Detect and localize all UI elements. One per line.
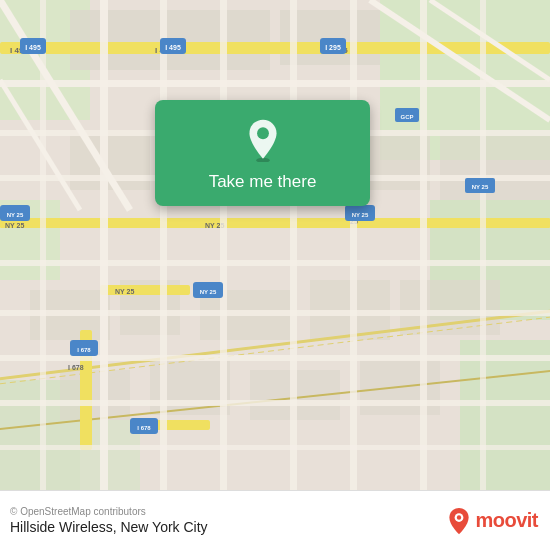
svg-text:I 678: I 678 — [77, 347, 91, 353]
svg-text:NY 25: NY 25 — [115, 288, 134, 295]
svg-rect-46 — [290, 0, 297, 490]
svg-rect-54 — [0, 260, 550, 266]
svg-rect-48 — [420, 0, 427, 490]
svg-point-85 — [257, 127, 269, 139]
svg-rect-5 — [460, 340, 550, 490]
svg-rect-27 — [0, 42, 550, 54]
location-pin-icon — [241, 118, 285, 162]
svg-rect-51 — [0, 80, 550, 87]
location-name: Hillside Wireless, New York City — [10, 519, 208, 535]
svg-text:NY 25: NY 25 — [7, 212, 24, 218]
take-me-there-button[interactable]: Take me there — [209, 172, 317, 192]
location-card: Take me there — [155, 100, 370, 206]
svg-rect-47 — [350, 0, 357, 490]
svg-rect-45 — [220, 0, 227, 490]
bottom-bar: © OpenStreetMap contributors Hillside Wi… — [0, 490, 550, 550]
svg-text:NY 25: NY 25 — [472, 184, 489, 190]
svg-rect-55 — [0, 310, 550, 316]
svg-text:NY 25: NY 25 — [5, 222, 24, 229]
svg-text:I 678: I 678 — [137, 425, 151, 431]
svg-rect-20 — [60, 370, 130, 420]
svg-point-87 — [457, 515, 461, 519]
copyright-text: © OpenStreetMap contributors — [10, 506, 208, 517]
svg-text:I 495: I 495 — [165, 44, 181, 51]
svg-rect-35 — [100, 285, 190, 295]
bottom-left-info: © OpenStreetMap contributors Hillside Wi… — [10, 506, 208, 535]
map-container: I 495 I 495 I 295 NY 25 NY 25 25 NY 25 I… — [0, 0, 550, 490]
svg-text:I 295: I 295 — [325, 44, 341, 51]
moovit-logo: moovit — [447, 507, 538, 535]
svg-rect-31 — [0, 218, 550, 228]
moovit-pin-icon — [447, 507, 471, 535]
svg-rect-44 — [160, 0, 167, 490]
svg-text:I 495: I 495 — [25, 44, 41, 51]
svg-rect-58 — [0, 445, 550, 450]
svg-rect-57 — [0, 400, 550, 406]
svg-text:GCP: GCP — [400, 114, 413, 120]
svg-text:NY 25: NY 25 — [200, 289, 217, 295]
svg-text:I 678: I 678 — [68, 364, 84, 371]
svg-text:NY 25: NY 25 — [352, 212, 369, 218]
moovit-text: moovit — [475, 509, 538, 532]
map-svg: I 495 I 495 I 295 NY 25 NY 25 25 NY 25 I… — [0, 0, 550, 490]
svg-rect-43 — [100, 0, 108, 490]
